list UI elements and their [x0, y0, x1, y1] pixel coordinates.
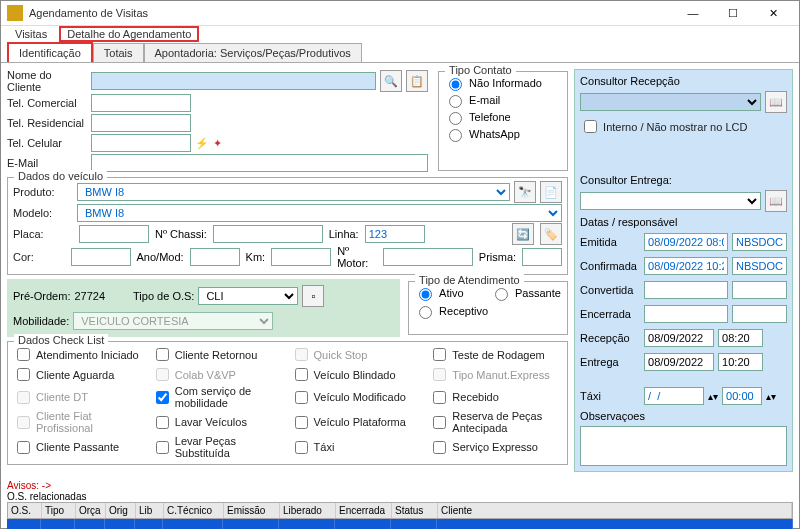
checkbox[interactable]	[295, 391, 308, 404]
check-item[interactable]: Cliente Retornou	[152, 345, 285, 364]
tab-apontadoria[interactable]: Apontadoria: Serviços/Peças/Produtivos	[144, 43, 362, 62]
textarea-obs[interactable]	[580, 426, 787, 466]
val-taxi-h[interactable]	[722, 387, 762, 405]
book2-icon[interactable]: 📖	[765, 190, 787, 212]
checkbox[interactable]	[17, 368, 30, 381]
select-consultor-entrega[interactable]	[580, 192, 761, 210]
radio-telefone[interactable]	[449, 112, 462, 125]
checkbox[interactable]	[156, 416, 169, 429]
check-item[interactable]: Veículo Blindado	[291, 365, 424, 384]
grid-col-header[interactable]: C.Técnico	[164, 503, 224, 518]
check-item[interactable]: Atendimento Iniciado	[13, 345, 146, 364]
radio-receptivo[interactable]	[419, 306, 432, 319]
input-tel-comercial[interactable]	[91, 94, 191, 112]
check-item[interactable]: Cliente Passante	[13, 435, 146, 459]
val-encerrada-usr[interactable]	[732, 305, 787, 323]
checkbox[interactable]	[433, 391, 446, 404]
tipoos-action-icon[interactable]: ▫	[302, 285, 324, 307]
tab-totais[interactable]: Totais	[93, 43, 144, 62]
radio-ativo[interactable]	[419, 288, 432, 301]
input-km[interactable]	[271, 248, 331, 266]
menu-visitas[interactable]: Visitas	[7, 26, 55, 42]
input-prisma[interactable]	[522, 248, 562, 266]
grid-col-header[interactable]: Emissão	[224, 503, 280, 518]
check-item[interactable]: Levar Peças Substituída	[152, 435, 285, 459]
input-anomod[interactable]	[190, 248, 240, 266]
minimize-button[interactable]: —	[673, 1, 713, 25]
checkbox[interactable]	[17, 348, 30, 361]
grid-col-header[interactable]: Liberado	[280, 503, 336, 518]
grid-row[interactable]	[7, 519, 793, 529]
radio-passante[interactable]	[495, 288, 508, 301]
taxi-stepper[interactable]: ▴▾	[708, 391, 718, 402]
bolt-icon[interactable]: ⚡	[195, 137, 209, 150]
checkbox[interactable]	[433, 441, 446, 454]
check-item[interactable]: Teste de Rodagem	[429, 345, 562, 364]
menu-detalhe[interactable]: Detalhe do Agendamento	[59, 26, 199, 42]
val-confirmada-dt[interactable]	[644, 257, 728, 275]
select-tipoos[interactable]: CLI	[198, 287, 298, 305]
maximize-button[interactable]: ☐	[713, 1, 753, 25]
checkbox[interactable]	[156, 391, 169, 404]
checkbox[interactable]	[295, 416, 308, 429]
input-placa[interactable]	[79, 225, 149, 243]
search-icon[interactable]: 🔍	[380, 70, 402, 92]
grid-col-header[interactable]: O.S.	[8, 503, 42, 518]
input-nome-cliente[interactable]	[91, 72, 376, 90]
grid-col-header[interactable]: Orig	[106, 503, 136, 518]
val-encerrada-dt[interactable]	[644, 305, 728, 323]
select-modelo[interactable]: BMW I8	[77, 204, 562, 222]
input-nmotor[interactable]	[383, 248, 473, 266]
copy-icon[interactable]: 📋	[406, 70, 428, 92]
radio-nao-informado[interactable]	[449, 78, 462, 91]
check-item[interactable]: Táxi	[291, 435, 424, 459]
check-item[interactable]: Veículo Modificado	[291, 385, 424, 409]
grid-col-header[interactable]: Lib	[136, 503, 164, 518]
grid-col-header[interactable]: Status	[392, 503, 438, 518]
tag-icon[interactable]: 🏷️	[540, 223, 562, 245]
checkbox[interactable]	[156, 441, 169, 454]
val-taxi-d[interactable]	[644, 387, 704, 405]
checkbox[interactable]	[295, 368, 308, 381]
sparkle-icon[interactable]: ✦	[213, 137, 222, 150]
val-emitida-dt[interactable]	[644, 233, 728, 251]
checkbox[interactable]	[156, 348, 169, 361]
check-item[interactable]: Cliente Aguarda	[13, 365, 146, 384]
checkbox[interactable]	[433, 348, 446, 361]
val-entrega-h[interactable]	[718, 353, 763, 371]
check-interno[interactable]	[584, 120, 597, 133]
select-produto[interactable]: BMW I8	[77, 183, 510, 201]
input-cor[interactable]	[71, 248, 131, 266]
val-emitida-usr[interactable]	[732, 233, 787, 251]
grid-col-header[interactable]: Cliente	[438, 503, 792, 518]
doc-icon[interactable]: 📄	[540, 181, 562, 203]
input-linha[interactable]	[365, 225, 425, 243]
radio-email[interactable]	[449, 95, 462, 108]
checkbox[interactable]	[295, 441, 308, 454]
check-item[interactable]: Recebido	[429, 385, 562, 409]
val-recepcao-d[interactable]	[644, 329, 714, 347]
select-mobilidade[interactable]: VEICULO CORTESIA	[73, 312, 273, 330]
book-icon[interactable]: 📖	[765, 91, 787, 113]
grid-col-header[interactable]: Encerrada	[336, 503, 392, 518]
input-nchassi[interactable]	[213, 225, 323, 243]
checkbox[interactable]	[17, 441, 30, 454]
tab-identificacao[interactable]: Identificação	[7, 42, 93, 62]
radio-whatsapp[interactable]	[449, 129, 462, 142]
grid-col-header[interactable]: Tipo	[42, 503, 76, 518]
val-confirmada-usr[interactable]	[732, 257, 787, 275]
check-item[interactable]: Reserva de Peças Antecipada	[429, 410, 562, 434]
close-button[interactable]: ✕	[753, 1, 793, 25]
input-tel-residencial[interactable]	[91, 114, 191, 132]
val-recepcao-h[interactable]	[718, 329, 763, 347]
check-item[interactable]: Lavar Veículos	[152, 410, 285, 434]
check-item[interactable]: Serviço Expresso	[429, 435, 562, 459]
input-email[interactable]	[91, 154, 428, 172]
input-tel-celular[interactable]	[91, 134, 191, 152]
val-convertida-dt[interactable]	[644, 281, 728, 299]
val-entrega-d[interactable]	[644, 353, 714, 371]
select-consultor-recepcao[interactable]	[580, 93, 761, 111]
val-convertida-usr[interactable]	[732, 281, 787, 299]
refresh-icon[interactable]: 🔄	[512, 223, 534, 245]
grid-col-header[interactable]: Orça	[76, 503, 106, 518]
